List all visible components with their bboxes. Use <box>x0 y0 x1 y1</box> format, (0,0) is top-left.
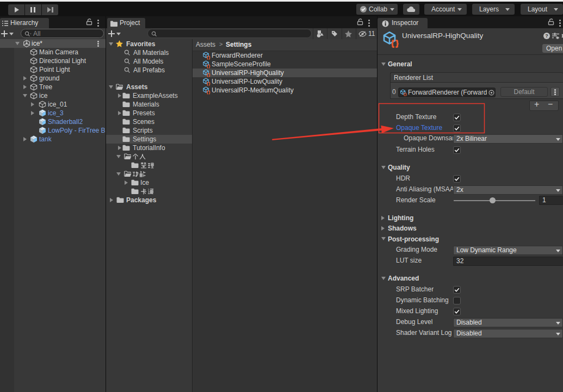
svg-text:?: ? <box>545 33 548 39</box>
